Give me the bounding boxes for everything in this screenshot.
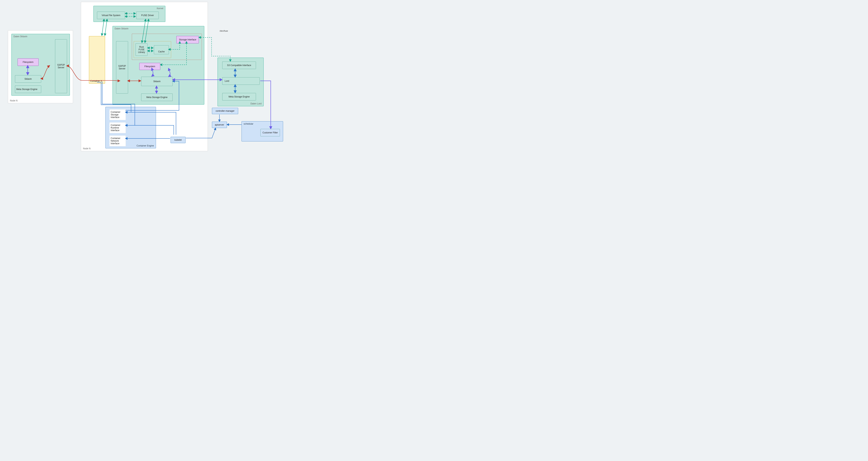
text-rust-fuse: Rust FUSE Library — [137, 46, 146, 54]
text-sklavin-left: Sklavin — [25, 78, 32, 80]
text-cri: Container Runtime Interface — [111, 124, 125, 132]
box-storage-interface: Storage Interface — [176, 36, 199, 43]
box-cni: Container Network Interface — [110, 135, 126, 146]
panel-node-n-main-label: Node N — [83, 147, 91, 150]
text-sklavin-main: Sklavin — [153, 80, 161, 83]
box-meta-storage-left: Meta Storage Engine — [15, 86, 41, 93]
text-vfs: Virtual File System — [102, 14, 120, 17]
text-meta-storage-lord: Meta Storage Engine — [228, 95, 250, 98]
text-lord: Lord — [225, 80, 229, 82]
group-daten-sklavin-main-label: Daten Sklavin — [115, 27, 128, 30]
box-cri: Container Runtime Interface — [110, 122, 126, 133]
box-cache: Cache — [154, 45, 169, 54]
panel-node-n-left-label: Node N — [10, 99, 18, 102]
text-cache: Cache — [158, 50, 165, 53]
text-kubelet: kubelet — [175, 139, 182, 141]
text-controller-manager: controller-manager — [216, 110, 235, 112]
box-sklavin-left: Sklavin — [15, 75, 41, 83]
text-fuse-driver: FUSE Driver — [141, 14, 154, 17]
text-apiserver: apiserver — [215, 124, 224, 126]
text-storage-interface: Storage Interface — [179, 38, 196, 41]
text-customer-filter: Customer Filter — [262, 131, 278, 134]
box-meta-storage-main: Meta Storage Engine — [141, 94, 173, 101]
panel-node-n-left: Node N Daten Sklavin Filesystem Sklavin … — [8, 30, 73, 103]
box-container-x: Container X — [89, 36, 105, 84]
group-schedular: schedular Customer Filter — [242, 121, 283, 141]
group-schedular-label: schedular — [244, 123, 253, 125]
box-meta-storage-lord: Meta Storage Engine — [222, 93, 256, 100]
text-s3-compat: S3 Compatible Interface — [227, 64, 251, 67]
text-s3p2p-main: S3/P2P Server — [117, 65, 127, 70]
text-container-x: Container X — [90, 80, 102, 82]
group-container-engine-label: Container Engine — [136, 144, 154, 147]
group-daten-sklavin-left-label: Daten Sklavin — [13, 35, 27, 38]
text-meta-storage-main: Meta Storage Engine — [147, 96, 167, 99]
box-csi: Container Storage Interface — [110, 109, 126, 120]
group-daten-sklavin-main: Daten Sklavin S3/P2P Server Rust FUSE Li… — [113, 26, 204, 105]
box-filesystem-left: Filesystem — [18, 58, 38, 66]
group-container-engine: Container Engine Container Storage Inter… — [105, 107, 156, 149]
text-filesystem-main: Filesystem — [144, 65, 155, 68]
group-daten-lord-label: Daten Lord — [250, 102, 261, 105]
text-csi: Container Storage Interface — [111, 111, 125, 119]
text-filesystem-left: Filesystem — [23, 61, 33, 63]
box-kubelet: kubelet — [170, 137, 186, 143]
box-vfs: Virtual File System — [97, 11, 125, 19]
panel-node-n-main: Node N Kernel Virtual File System FUSE D… — [81, 2, 208, 151]
box-rust-fuse: Rust FUSE Library — [135, 43, 148, 56]
text-s3p2p-left: S3/P2P Server — [56, 64, 66, 69]
box-lord: Lord — [222, 77, 260, 85]
group-daten-lord: Daten Lord S3 Compatible Interface Lord … — [218, 58, 264, 106]
box-customer-filter: Customer Filter — [260, 129, 280, 136]
group-daten-sklavin-left: Daten Sklavin Filesystem Sklavin Meta St… — [11, 34, 70, 96]
box-controller-manager: controller-manager — [212, 108, 238, 114]
box-apiserver: apiserver — [212, 122, 227, 128]
label-dev-fuse: /dev/fuse — [220, 30, 228, 32]
box-filesystem-main: Filesystem — [139, 63, 160, 70]
text-cni: Container Network Interface — [111, 137, 125, 145]
text-meta-storage-left: Meta Storage Engine — [16, 88, 37, 91]
box-s3p2p-main: S3/P2P Server — [116, 41, 128, 94]
box-s3p2p-left: S3/P2P Server — [55, 39, 67, 93]
group-kernel-label: Kernel — [157, 7, 163, 10]
box-fuse-driver: FUSE Driver — [136, 11, 159, 19]
box-s3-compat: S3 Compatible Interface — [222, 62, 256, 69]
group-kernel: Kernel Virtual File System FUSE Driver — [93, 6, 165, 22]
box-sklavin-main: Sklavin — [141, 77, 173, 86]
